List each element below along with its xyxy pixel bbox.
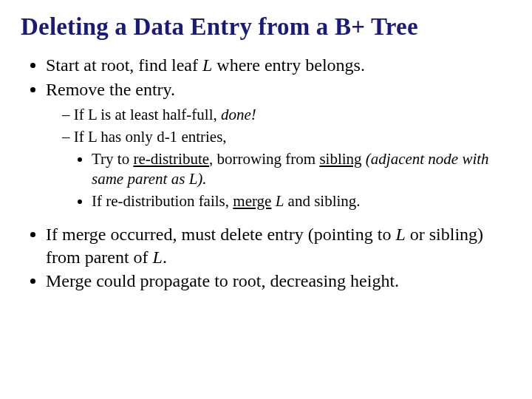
subsub-2: If re-distribution fails, merge L and si… xyxy=(92,191,514,211)
merge-text: merge xyxy=(233,192,271,210)
redistribute-text: re-distribute xyxy=(133,150,209,168)
bullet-list-level1-continued: If merge occurred, must delete entry (po… xyxy=(46,223,514,293)
bullet-list-level1: Start at root, find leaf L where entry b… xyxy=(46,54,514,211)
d-minus-1: d-1 xyxy=(157,128,177,146)
text: Start at root, find leaf xyxy=(46,55,202,75)
text: Remove the entry. xyxy=(46,80,175,99)
bullet-1: Start at root, find leaf L where entry b… xyxy=(46,54,514,77)
text: entries, xyxy=(177,128,226,146)
done-text: done! xyxy=(221,106,256,123)
bullet-4: Merge could propagate to root, decreasin… xyxy=(46,270,514,293)
bullet-list-level3: Try to re-distribute, borrowing from sib… xyxy=(92,149,514,211)
bullet-2: Remove the entry. If L is at least half-… xyxy=(46,78,514,211)
text: If L is at least half-full, xyxy=(74,106,221,123)
sub-2: If L has only d-1 entries, Try to re-dis… xyxy=(62,127,514,211)
text: and sibling. xyxy=(284,192,360,210)
text: , borrowing from xyxy=(209,150,319,168)
text: where entry belongs. xyxy=(212,55,365,75)
text: Merge could propagate to root, decreasin… xyxy=(46,271,399,290)
text: . xyxy=(163,248,167,267)
sub-1: If L is at least half-full, done! xyxy=(62,105,514,125)
bullet-3: If merge occurred, must delete entry (po… xyxy=(46,223,514,268)
text: If merge occurred, must delete entry (po… xyxy=(46,225,395,244)
leaf-L: L xyxy=(395,225,405,244)
spacer xyxy=(21,216,514,222)
leaf-L: L xyxy=(276,192,284,210)
slide-title: Deleting a Data Entry from a B+ Tree xyxy=(21,13,514,41)
text: If L has only xyxy=(74,128,157,146)
text: If re-distribution fails, xyxy=(92,192,233,210)
text: Try to xyxy=(92,150,133,168)
bullet-list-level2: If L is at least half-full, done! If L h… xyxy=(62,105,514,211)
slide: Deleting a Data Entry from a B+ Tree Sta… xyxy=(0,0,532,399)
leaf-L: L xyxy=(153,248,163,267)
subsub-1: Try to re-distribute, borrowing from sib… xyxy=(92,149,514,190)
leaf-L: L xyxy=(202,55,212,75)
sibling-text: sibling xyxy=(319,150,361,168)
